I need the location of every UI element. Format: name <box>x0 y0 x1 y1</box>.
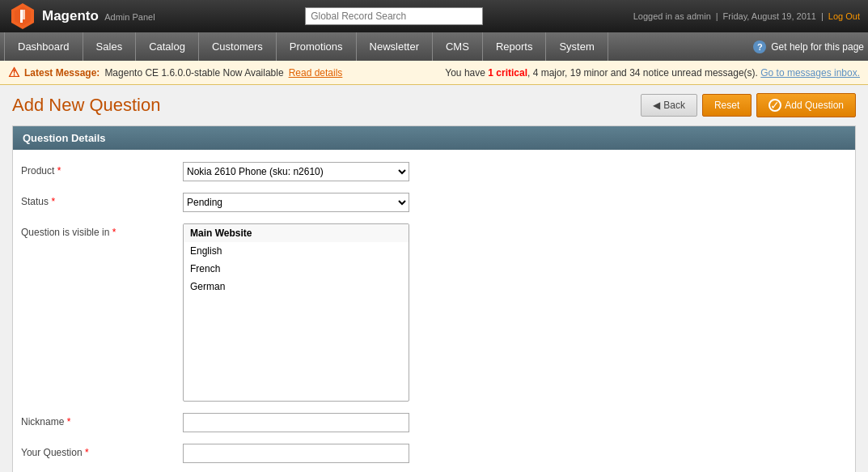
status-input-area: Pending Approved Not Approved <box>183 193 847 212</box>
visibility-input-area: Main Website English French German <box>183 223 847 402</box>
add-question-label: Add Question <box>785 100 844 111</box>
help-link[interactable]: Get help for this page <box>771 41 864 53</box>
nav-left: Dashboard Sales Catalog Customers Promot… <box>4 32 608 61</box>
page-title-bar: Add New Question ◀ Back Reset ✓ Add Ques… <box>12 93 856 117</box>
sidebar-item-customers[interactable]: Customers <box>199 32 277 61</box>
sidebar-item-system[interactable]: System <box>546 32 608 61</box>
separator1: | <box>716 11 718 21</box>
status-row: Status * Pending Approved Not Approved <box>21 193 847 212</box>
your-question-input[interactable] <box>183 444 409 463</box>
svg-rect-3 <box>23 10 25 19</box>
minor-count: 19 <box>570 67 581 79</box>
product-select[interactable]: Nokia 2610 Phone (sku: n2610) <box>183 162 409 181</box>
nav: Dashboard Sales Catalog Customers Promot… <box>0 32 868 61</box>
message-bar: ⚠ Latest Message: Magento CE 1.6.0.0-sta… <box>0 61 868 85</box>
message-bar-right: You have 1 critical, 4 major, 19 minor a… <box>445 67 860 79</box>
search-area <box>305 7 483 25</box>
inbox-link[interactable]: Go to messages inbox. <box>760 67 860 79</box>
message-text: Magento CE 1.6.0.0-stable Now Available <box>104 67 283 79</box>
section-title: Question Details <box>23 132 106 144</box>
critical-count: 1 <box>488 67 493 79</box>
major-label: major <box>541 67 565 79</box>
product-required-star: * <box>57 165 61 176</box>
notification-suffix: unread message(s). <box>671 67 758 79</box>
product-label: Product * <box>21 162 183 176</box>
sidebar-item-promotions[interactable]: Promotions <box>277 32 357 61</box>
logo-text-group: Magento Admin Panel <box>42 8 155 24</box>
visibility-row: Question is visible in * Main Website En… <box>21 223 847 402</box>
user-info: Logged in as admin <box>633 11 711 21</box>
critical-label: critical <box>496 67 527 79</box>
multiselect-container: Main Website English French German <box>183 223 409 402</box>
alert-icon: ⚠ <box>8 65 19 80</box>
search-input[interactable] <box>305 7 483 25</box>
product-row: Product * Nokia 2610 Phone (sku: n2610) <box>21 162 847 181</box>
nickname-input-area <box>183 413 847 432</box>
back-label: Back <box>663 100 685 111</box>
sidebar-item-sales[interactable]: Sales <box>83 32 137 61</box>
notice-label: notice <box>643 67 669 79</box>
status-required-star: * <box>51 196 55 207</box>
svg-rect-2 <box>20 10 23 23</box>
logo-brand: Magento <box>42 8 99 23</box>
add-question-button[interactable]: ✓ Add Question <box>756 93 856 117</box>
form-section: Question Details Product * Nokia 2610 Ph… <box>12 125 856 472</box>
message-label: Latest Message: <box>24 67 100 79</box>
status-label: Status * <box>21 193 183 207</box>
sidebar-item-cms[interactable]: CMS <box>433 32 483 61</box>
status-select[interactable]: Pending Approved Not Approved <box>183 193 409 212</box>
notice-count: 34 <box>629 67 640 79</box>
sidebar-item-catalog[interactable]: Catalog <box>136 32 199 61</box>
form-body: Product * Nokia 2610 Phone (sku: n2610) … <box>13 150 855 472</box>
visibility-required-star: * <box>112 227 116 238</box>
nickname-label: Nickname * <box>21 413 183 427</box>
your-question-required-star: * <box>85 447 89 458</box>
user-area: Logged in as admin | Friday, August 19, … <box>633 11 860 21</box>
header: Magento Admin Panel Logged in as admin |… <box>0 0 868 32</box>
visibility-label: Question is visible in * <box>21 223 183 238</box>
nickname-required-star: * <box>67 416 71 427</box>
major-count: 4 <box>533 67 539 79</box>
minor-label: minor <box>583 67 608 79</box>
sidebar-item-reports[interactable]: Reports <box>483 32 547 61</box>
message-bar-left: ⚠ Latest Message: Magento CE 1.6.0.0-sta… <box>8 65 342 80</box>
help-icon: ? <box>753 40 766 53</box>
reset-button[interactable]: Reset <box>702 94 752 117</box>
your-question-row: Your Question * <box>21 444 847 463</box>
page-content: Add New Question ◀ Back Reset ✓ Add Ques… <box>0 85 868 472</box>
read-details-link[interactable]: Read details <box>289 67 343 79</box>
date-info: Friday, August 19, 2011 <box>723 11 816 21</box>
nav-right: ? Get help for this page <box>753 32 864 61</box>
back-button[interactable]: ◀ Back <box>641 94 697 117</box>
notification-prefix: You have <box>445 67 485 79</box>
logout-link[interactable]: Log Out <box>828 11 860 21</box>
magento-logo-icon <box>8 2 37 31</box>
logo-area: Magento Admin Panel <box>8 2 155 31</box>
sidebar-item-newsletter[interactable]: Newsletter <box>357 32 433 61</box>
back-arrow-icon: ◀ <box>653 100 660 111</box>
your-question-label: Your Question * <box>21 444 183 458</box>
your-question-input-area <box>183 444 847 463</box>
reset-label: Reset <box>714 100 739 111</box>
sidebar-item-dashboard[interactable]: Dashboard <box>4 32 83 61</box>
add-icon: ✓ <box>768 99 781 112</box>
page-title: Add New Question <box>12 95 160 116</box>
logo-sub: Admin Panel <box>104 12 155 22</box>
separator2: | <box>821 11 824 21</box>
button-area: ◀ Back Reset ✓ Add Question <box>641 93 856 117</box>
visibility-multiselect[interactable]: Main Website English French German <box>183 223 409 402</box>
nickname-input[interactable] <box>183 413 409 432</box>
nickname-row: Nickname * <box>21 413 847 432</box>
product-input-area: Nokia 2610 Phone (sku: n2610) <box>183 162 847 181</box>
section-header: Question Details <box>13 126 855 150</box>
